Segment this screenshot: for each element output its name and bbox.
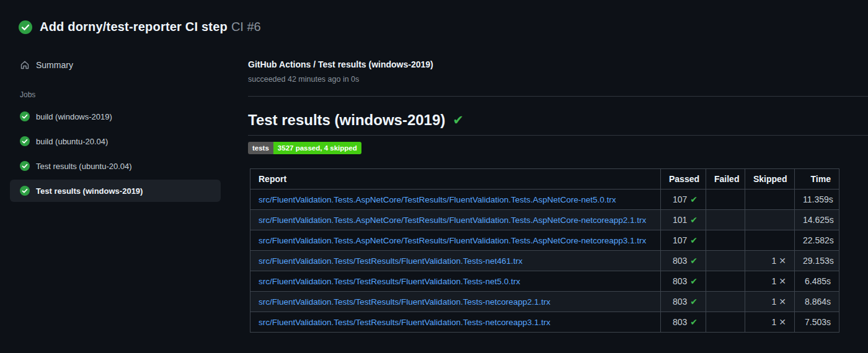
report-link[interactable]: src/FluentValidation.Tests/TestResults/F… bbox=[259, 318, 551, 327]
passed-check-icon: ✔ bbox=[690, 215, 698, 225]
skipped-cell: 1✕ bbox=[745, 312, 795, 333]
passed-check-icon: ✔ bbox=[690, 235, 698, 245]
column-header-skipped: Skipped bbox=[745, 169, 795, 190]
report-link[interactable]: src/FluentValidation.Tests.AspNetCore/Te… bbox=[259, 236, 646, 245]
run-number: CI #6 bbox=[231, 20, 261, 33]
run-title: Add dorny/test-reporter CI step bbox=[40, 20, 228, 33]
column-header-report: Report bbox=[250, 169, 661, 190]
skipped-cell: 1✕ bbox=[745, 251, 795, 271]
failed-cell bbox=[706, 251, 745, 271]
badge-label: tests bbox=[248, 142, 273, 154]
failed-cell bbox=[706, 230, 745, 251]
job-label: build (windows-2019) bbox=[36, 112, 112, 121]
table-row: src/FluentValidation.Tests/TestResults/F… bbox=[250, 292, 839, 312]
failed-cell bbox=[706, 210, 745, 230]
time-cell: 11.359s bbox=[795, 190, 839, 210]
failed-cell bbox=[706, 271, 745, 292]
passed-cell: 803✔ bbox=[661, 292, 706, 312]
time-cell: 14.625s bbox=[795, 210, 839, 230]
passed-check-icon: ✔ bbox=[690, 317, 698, 327]
job-list: build (windows-2019) build (ubuntu-20.04… bbox=[10, 104, 221, 203]
run-header: Add dorny/test-reporter CI stepCI #6 bbox=[19, 20, 261, 34]
report-heading: Test results (windows-2019) ✔ bbox=[248, 111, 868, 136]
time-cell: 8.864s bbox=[795, 292, 839, 312]
failed-cell bbox=[706, 312, 745, 333]
table-row: src/FluentValidation.Tests.AspNetCore/Te… bbox=[250, 190, 839, 210]
jobs-heading: Jobs bbox=[10, 90, 221, 99]
run-success-check-icon bbox=[19, 20, 32, 34]
failed-cell bbox=[706, 292, 745, 312]
job-success-check-icon bbox=[20, 161, 30, 171]
passed-check-icon: ✔ bbox=[690, 194, 698, 204]
passed-cell: 107✔ bbox=[661, 190, 706, 210]
job-label: Test results (windows-2019) bbox=[36, 186, 143, 196]
table-row: src/FluentValidation.Tests.AspNetCore/Te… bbox=[250, 210, 839, 230]
table-row: src/FluentValidation.Tests.AspNetCore/Te… bbox=[250, 230, 839, 251]
passed-cell: 101✔ bbox=[661, 210, 706, 230]
table-row: src/FluentValidation.Tests/TestResults/F… bbox=[250, 251, 839, 271]
job-panel-header: GitHub Actions / Test results (windows-2… bbox=[248, 59, 868, 84]
table-row: src/FluentValidation.Tests/TestResults/F… bbox=[250, 312, 839, 333]
job-panel-title: GitHub Actions / Test results (windows-2… bbox=[248, 59, 868, 69]
column-header-time: Time bbox=[795, 169, 839, 190]
report-link[interactable]: src/FluentValidation.Tests/TestResults/F… bbox=[259, 277, 520, 286]
passed-check-icon: ✔ bbox=[690, 276, 698, 286]
report-link[interactable]: src/FluentValidation.Tests.AspNetCore/Te… bbox=[259, 195, 616, 204]
sidebar-job-item[interactable]: Test results (ubuntu-20.04) bbox=[10, 155, 221, 177]
failed-cell bbox=[706, 190, 745, 210]
sidebar-job-item[interactable]: build (ubuntu-20.04) bbox=[10, 130, 221, 152]
tests-badge: tests 3527 passed, 4 skipped bbox=[248, 142, 361, 154]
report-link[interactable]: src/FluentValidation.Tests/TestResults/F… bbox=[259, 256, 523, 266]
job-status-line: succeeded 42 minutes ago in 0s bbox=[248, 75, 868, 84]
summary-label: Summary bbox=[36, 60, 73, 70]
skipped-cell bbox=[745, 190, 795, 210]
heading-check-icon: ✔ bbox=[453, 113, 464, 128]
sidebar-job-item[interactable]: build (windows-2019) bbox=[10, 105, 221, 128]
table-header-row: Report Passed Failed Skipped Time bbox=[250, 169, 839, 190]
passed-check-icon: ✔ bbox=[690, 297, 698, 307]
job-success-check-icon bbox=[20, 111, 30, 121]
passed-check-icon: ✔ bbox=[690, 256, 698, 266]
job-label: build (ubuntu-20.04) bbox=[36, 137, 108, 146]
skipped-x-icon: ✕ bbox=[779, 256, 786, 266]
job-label: Test results (ubuntu-20.04) bbox=[36, 162, 132, 171]
skipped-x-icon: ✕ bbox=[779, 317, 786, 327]
header-divider bbox=[248, 96, 868, 97]
skipped-cell bbox=[745, 210, 795, 230]
job-success-check-icon bbox=[20, 186, 30, 196]
skipped-cell bbox=[745, 230, 795, 251]
report-link[interactable]: src/FluentValidation.Tests/TestResults/F… bbox=[259, 297, 551, 307]
results-table: Report Passed Failed Skipped Time src/Fl… bbox=[250, 168, 839, 333]
column-header-failed: Failed bbox=[706, 169, 745, 190]
passed-cell: 803✔ bbox=[661, 312, 706, 333]
skipped-x-icon: ✕ bbox=[779, 276, 786, 286]
sidebar: Summary Jobs build (windows-2019) build … bbox=[10, 54, 221, 203]
column-header-passed: Passed bbox=[661, 169, 706, 190]
time-cell: 29.153s bbox=[795, 251, 839, 271]
skipped-x-icon: ✕ bbox=[779, 297, 786, 307]
report-heading-title: Test results (windows-2019) bbox=[248, 111, 445, 129]
job-success-check-icon bbox=[20, 136, 30, 146]
skipped-cell: 1✕ bbox=[745, 292, 795, 312]
report-link[interactable]: src/FluentValidation.Tests.AspNetCore/Te… bbox=[259, 216, 646, 225]
sidebar-job-item[interactable]: Test results (windows-2019) bbox=[10, 180, 221, 202]
home-icon bbox=[20, 60, 30, 70]
passed-cell: 107✔ bbox=[661, 230, 706, 251]
passed-cell: 803✔ bbox=[661, 271, 706, 292]
time-cell: 6.485s bbox=[795, 271, 839, 292]
table-row: src/FluentValidation.Tests/TestResults/F… bbox=[250, 271, 839, 292]
time-cell: 7.503s bbox=[795, 312, 839, 333]
sidebar-item-summary[interactable]: Summary bbox=[10, 54, 221, 76]
skipped-cell: 1✕ bbox=[745, 271, 795, 292]
results-table-container: Report Passed Failed Skipped Time src/Fl… bbox=[250, 168, 839, 333]
time-cell: 22.582s bbox=[795, 230, 839, 251]
passed-cell: 803✔ bbox=[661, 251, 706, 271]
badge-value: 3527 passed, 4 skipped bbox=[273, 142, 361, 154]
